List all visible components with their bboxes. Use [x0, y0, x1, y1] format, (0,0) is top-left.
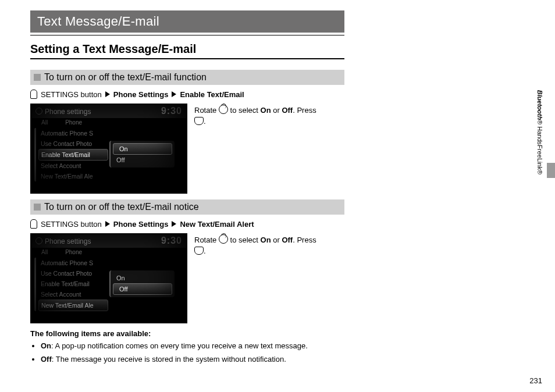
device-tab-phone: Phone	[65, 119, 82, 126]
device-tabs: All Phone	[31, 248, 187, 256]
crumb-text: SETTINGS button	[41, 220, 102, 229]
device-option: Use Contact Photo	[38, 138, 108, 149]
gear-icon	[35, 108, 42, 115]
crumb-text: Enable Text/Email	[180, 90, 244, 99]
device-option: New Text/Email Ale	[38, 171, 108, 181]
crumb-text: New Text/Email Alert	[180, 220, 254, 229]
device-screenshot-2: Phone settings 9:30 All Phone Automatic …	[30, 233, 187, 323]
device-titlebar: Phone settings 9:30	[31, 104, 187, 118]
section2-description: Rotate to select On or Off. Press .	[194, 233, 316, 256]
crumb-text: Phone Settings	[113, 90, 169, 99]
section1-description: Rotate to select On or Off. Press .	[194, 104, 316, 127]
device-option-list: Automatic Phone S Use Contact Photo Enab…	[34, 128, 108, 181]
title-underline	[30, 35, 344, 35]
device-popup: On Off	[109, 270, 175, 297]
device-option-selected: New Text/Email Ale	[38, 300, 108, 311]
rotate-knob-icon	[219, 234, 228, 244]
crumb-text: Phone Settings	[113, 220, 169, 229]
device-option: Automatic Phone S	[38, 128, 108, 138]
device-option: Select Account	[38, 161, 108, 171]
finger-icon	[30, 90, 37, 99]
device-option: Automatic Phone S	[38, 258, 108, 268]
section2-heading-text: To turn on or off the text/E-mail notice	[44, 202, 199, 212]
page-subtitle: Setting a Text Message/E-mail	[30, 42, 344, 59]
section1-breadcrumb: SETTINGS button Phone Settings Enable Te…	[30, 90, 344, 99]
device-clock: 9:30	[161, 106, 182, 116]
device-popup: On Off	[109, 141, 175, 168]
device-tab-all: All	[41, 119, 48, 126]
device-option-list: Automatic Phone S Use Contact Photo Enab…	[34, 258, 108, 311]
square-bullet-icon	[34, 74, 41, 81]
list-item: On: A pop-up notification comes on every…	[41, 341, 344, 350]
gear-icon	[35, 237, 42, 244]
triangle-icon	[172, 91, 176, 97]
section1-heading: To turn on or off the text/E-mail functi…	[30, 70, 344, 85]
device-option-selected: Enable Text/Email	[38, 149, 108, 161]
device-screenshot-1: Phone settings 9:30 All Phone Automatic …	[30, 104, 187, 194]
side-section-label: Bluetooth® HandsFreeLink®	[536, 90, 543, 174]
list-item: Off: The message you receive is stored i…	[41, 355, 344, 364]
section2-heading: To turn on or off the text/E-mail notice	[30, 199, 344, 215]
press-knob-icon	[194, 247, 204, 255]
device-option: Select Account	[38, 289, 108, 300]
device-option: Use Contact Photo	[38, 268, 108, 279]
crumb-text: SETTINGS button	[41, 90, 102, 99]
device-popup-option-selected: Off	[113, 283, 172, 295]
available-items-heading: The following items are available:	[30, 329, 344, 338]
section1-block: Phone settings 9:30 All Phone Automatic …	[30, 104, 344, 194]
side-tab-marker	[547, 163, 555, 178]
triangle-icon	[105, 91, 110, 97]
rotate-knob-icon	[219, 105, 228, 114]
device-titlebar: Phone settings 9:30	[31, 234, 187, 248]
device-title: Phone settings	[45, 108, 91, 116]
triangle-icon	[172, 221, 176, 227]
device-popup-option: Off	[111, 155, 175, 165]
section2-block: Phone settings 9:30 All Phone Automatic …	[30, 233, 344, 323]
device-tab-all: All	[41, 249, 48, 255]
page-number: 231	[529, 376, 542, 385]
finger-icon	[30, 219, 37, 229]
section2-breadcrumb: SETTINGS button Phone Settings New Text/…	[30, 219, 344, 229]
device-popup-option: On	[111, 273, 175, 283]
page-title-bar: Text Message/E-mail	[30, 10, 344, 33]
section1-heading-text: To turn on or off the text/E-mail functi…	[44, 72, 207, 83]
device-tab-phone: Phone	[65, 249, 82, 255]
available-items-list: On: A pop-up notification comes on every…	[30, 341, 344, 364]
press-knob-icon	[194, 117, 204, 125]
device-title: Phone settings	[45, 237, 91, 245]
device-clock: 9:30	[161, 236, 182, 246]
device-option: Enable Text/Email	[38, 279, 108, 289]
triangle-icon	[105, 221, 110, 227]
square-bullet-icon	[34, 204, 41, 211]
device-popup-option-selected: On	[113, 143, 172, 155]
device-tabs: All Phone	[31, 118, 187, 127]
